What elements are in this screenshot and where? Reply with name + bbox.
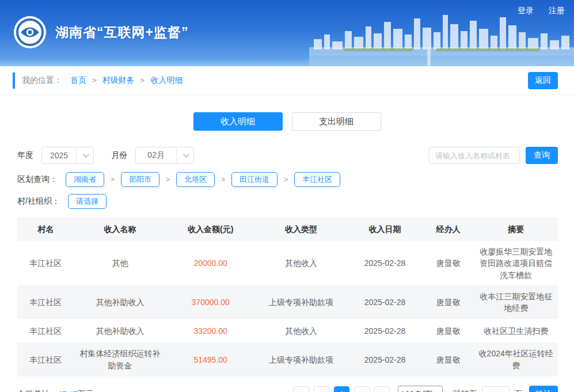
cell-amount: 370000.00 — [166, 292, 255, 313]
site-title: 湖南省“互联网+监督” — [55, 24, 188, 41]
region-button-province[interactable]: 湖南省 — [66, 172, 104, 187]
cell-operator: 唐显敬 — [423, 292, 474, 313]
auth-links: 登录 注册 — [505, 6, 565, 16]
footer-row: 金额总计： 47.47 万元 « ‹ 1 › » 100条/页 跳转至 页 确认 — [17, 386, 558, 392]
cell-date: 2025-02-28 — [347, 253, 423, 273]
table-row: 丰江社区 其他 20000.00 其他收入 2025-02-28 唐显敬 收廖振… — [17, 241, 558, 286]
cell-amount: 51495.00 — [166, 349, 255, 370]
jump-page-input[interactable] — [482, 386, 510, 392]
tab-expense-detail[interactable]: 支出明细 — [292, 112, 381, 131]
region-separator: > — [221, 176, 225, 184]
eye-icon — [20, 26, 40, 39]
table-row: 丰江社区 村集体经济组织运转补助资金 51495.00 上级专项补助款项 202… — [17, 343, 558, 376]
site-logo — [14, 16, 46, 48]
pagination: « ‹ 1 › » 100条/页 跳转至 页 确认 — [294, 386, 558, 392]
cell-amount: 20000.00 — [166, 253, 255, 273]
cell-income-type: 上级专项补助款项 — [255, 292, 347, 313]
cell-village: 丰江社区 — [17, 253, 74, 273]
cell-summary: 收2024年社区运转经费 — [474, 343, 558, 376]
breadcrumb-accent-bar — [13, 73, 15, 89]
cell-income-type: 其他收入 — [255, 253, 347, 273]
column-header-income-name: 收入名称 — [74, 219, 166, 239]
year-select-value: 2025 — [42, 151, 76, 160]
first-page-button[interactable]: « — [294, 386, 309, 392]
page-unit-label: 页 — [514, 389, 522, 392]
cell-operator: 唐显敬 — [423, 321, 474, 341]
column-header-summary: 摘要 — [474, 219, 558, 239]
year-select[interactable]: 2025 — [41, 147, 94, 164]
prev-page-button[interactable]: ‹ — [314, 386, 329, 392]
back-button[interactable]: 返回 — [528, 72, 558, 89]
cell-income-name: 其他补助收入 — [74, 321, 166, 341]
region-separator: > — [166, 176, 170, 184]
column-header-amount: 收入金额(元) — [166, 219, 255, 239]
region-filter-row: 区划查询： 湖南省 > 邵阳市 > 北塔区 > 田江街道 > 丰江社区 — [17, 172, 558, 187]
cell-summary: 收廖振华三期安置地资田路改道项目赔偿洗车槽款 — [474, 241, 558, 286]
column-header-type: 收入类型 — [255, 219, 347, 239]
month-select-value: 02月 — [136, 150, 176, 161]
cell-income-name: 其他 — [74, 253, 166, 273]
cell-income-type: 上级专项补助款项 — [255, 349, 347, 370]
chevron-down-icon — [76, 147, 93, 163]
login-link[interactable]: 登录 — [518, 6, 534, 15]
region-button-community[interactable]: 丰江社区 — [294, 172, 340, 187]
income-table: 村名 收入名称 收入金额(元) 收入类型 收入日期 经办人 摘要 丰江社区 其他… — [17, 217, 558, 376]
year-label: 年度 — [17, 150, 33, 161]
page-number-button[interactable]: 1 — [334, 386, 349, 392]
column-header-operator: 经办人 — [423, 219, 474, 239]
cell-summary: 收丰江三期安置地征地经费 — [474, 286, 558, 319]
total-amount-value: 47.47 — [58, 390, 78, 392]
org-label: 村/社组织： — [17, 196, 60, 207]
cell-income-name: 其他补助收入 — [74, 292, 166, 313]
total-label: 金额总计： — [17, 389, 58, 392]
cell-income-type: 其他收入 — [255, 321, 347, 341]
cell-operator: 唐显敬 — [423, 253, 474, 273]
register-link[interactable]: 注册 — [549, 6, 565, 15]
tab-income-detail[interactable]: 收入明细 — [193, 112, 283, 131]
breadcrumb-separator: > — [140, 76, 145, 85]
breadcrumb-finance-link[interactable]: 村级财务 — [102, 75, 135, 86]
region-separator: > — [111, 176, 115, 184]
region-button-street[interactable]: 田江街道 — [231, 172, 278, 187]
search-input[interactable] — [429, 147, 520, 164]
total-unit: 万元 — [78, 389, 94, 392]
jump-label: 跳转至 — [453, 389, 477, 392]
table-row: 丰江社区 其他补助收入 33200.00 其他收入 2025-02-28 唐显敬… — [17, 319, 558, 343]
site-header: 登录 注册 湖南省“互联网+监督” — [0, 0, 574, 66]
cell-village: 丰江社区 — [17, 349, 74, 370]
region-button-district[interactable]: 北塔区 — [176, 172, 215, 187]
month-select[interactable]: 02月 — [135, 147, 194, 164]
confirm-button[interactable]: 确认 — [529, 386, 558, 392]
breadcrumb-home-link[interactable]: 首页 — [70, 75, 86, 86]
region-separator: > — [284, 176, 288, 184]
cell-date: 2025-02-28 — [347, 292, 423, 313]
region-label: 区划查询： — [17, 174, 58, 185]
column-header-village: 村名 — [17, 219, 74, 239]
cell-summary: 收社区卫生清扫费 — [474, 321, 558, 341]
table-header-row: 村名 收入名称 收入金额(元) 收入类型 收入日期 经办人 摘要 — [17, 217, 558, 241]
cell-operator: 唐显敬 — [423, 349, 474, 370]
table-row: 丰江社区 其他补助收入 370000.00 上级专项补助款项 2025-02-2… — [17, 286, 558, 319]
cell-income-name: 村集体经济组织运转补助资金 — [74, 343, 166, 376]
cell-amount: 33200.00 — [166, 321, 255, 341]
cell-village: 丰江社区 — [17, 321, 74, 341]
filter-row: 年度 2025 月份 02月 查询 — [17, 147, 558, 164]
breadcrumb: 我的位置： 首页 > 村级财务 > 收入明细 返回 — [0, 66, 574, 95]
cell-date: 2025-02-28 — [347, 349, 423, 370]
breadcrumb-separator: > — [92, 76, 97, 85]
column-header-date: 收入日期 — [347, 219, 423, 239]
query-button[interactable]: 查询 — [526, 147, 558, 164]
tab-row: 收入明细 支出明细 — [0, 112, 574, 131]
month-label: 月份 — [111, 150, 127, 161]
region-button-city[interactable]: 邵阳市 — [121, 172, 159, 187]
last-page-button[interactable]: » — [374, 386, 390, 392]
breadcrumb-income-link[interactable]: 收入明细 — [150, 75, 183, 86]
org-select-button[interactable]: 请选择 — [68, 194, 107, 209]
chevron-down-icon — [176, 147, 193, 163]
cell-date: 2025-02-28 — [347, 321, 423, 341]
org-filter-row: 村/社组织： 请选择 — [17, 194, 558, 209]
page-size-select[interactable]: 100条/页 — [398, 386, 443, 392]
cell-village: 丰江社区 — [17, 292, 74, 313]
breadcrumb-label: 我的位置： — [22, 75, 62, 86]
next-page-button[interactable]: › — [354, 386, 370, 392]
